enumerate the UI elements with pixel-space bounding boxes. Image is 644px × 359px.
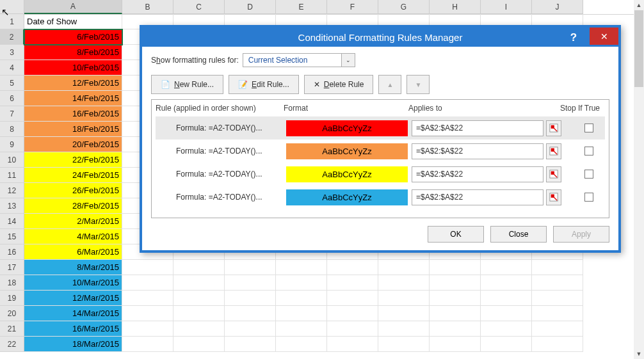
cell[interactable]: 16/Feb/2015: [24, 106, 122, 122]
cell[interactable]: [276, 275, 327, 291]
cell[interactable]: [122, 291, 173, 306]
row-header[interactable]: 22: [0, 337, 24, 352]
cell[interactable]: [378, 306, 430, 321]
cell[interactable]: [225, 306, 276, 321]
cell[interactable]: [532, 321, 583, 337]
cell[interactable]: [481, 321, 532, 337]
new-rule-button[interactable]: 📄 New Rule...: [151, 75, 223, 94]
cell[interactable]: [532, 337, 583, 352]
rule-applies-input[interactable]: =$A$2:$A$22: [412, 166, 543, 182]
column-header-a[interactable]: A: [24, 0, 122, 14]
apply-button[interactable]: Apply: [553, 226, 609, 243]
cell[interactable]: [225, 337, 276, 352]
select-all-corner[interactable]: [0, 0, 24, 14]
cell[interactable]: [225, 260, 276, 275]
cell[interactable]: 4/Mar/2015: [24, 229, 122, 244]
cell[interactable]: [276, 306, 327, 321]
cell[interactable]: 22/Feb/2015: [24, 152, 122, 168]
cell[interactable]: [173, 321, 225, 337]
column-header-g[interactable]: G: [378, 0, 430, 14]
cell[interactable]: 28/Feb/2015: [24, 198, 122, 214]
cell[interactable]: [430, 321, 481, 337]
row-header[interactable]: 11: [0, 168, 24, 183]
stop-if-true-checkbox[interactable]: [584, 193, 593, 202]
cell[interactable]: [327, 321, 378, 337]
cell[interactable]: [173, 337, 225, 352]
cell[interactable]: [430, 306, 481, 321]
cell[interactable]: [481, 306, 532, 321]
cell[interactable]: [378, 321, 430, 337]
cell[interactable]: [532, 275, 583, 291]
cell[interactable]: 12/Feb/2015: [24, 76, 122, 91]
cell[interactable]: [378, 291, 430, 306]
cell[interactable]: 12/Mar/2015: [24, 291, 122, 306]
cell[interactable]: [378, 275, 430, 291]
cell[interactable]: [276, 291, 327, 306]
stop-if-true-checkbox[interactable]: [584, 147, 593, 156]
range-selector-button[interactable]: [546, 143, 561, 159]
cell[interactable]: 10/Mar/2015: [24, 275, 122, 291]
ok-button[interactable]: OK: [428, 226, 484, 243]
cell[interactable]: 2/Mar/2015: [24, 214, 122, 229]
row-header[interactable]: 20: [0, 306, 24, 321]
row-header[interactable]: 9: [0, 137, 24, 152]
cell[interactable]: [532, 291, 583, 306]
delete-rule-button[interactable]: ✕ Delete Rule: [304, 75, 374, 94]
row-header[interactable]: 8: [0, 122, 24, 137]
scope-select-dropdown-button[interactable]: ⌄: [341, 53, 355, 67]
vertical-scrollbar[interactable]: ▲ ▼: [634, 0, 644, 359]
column-header-b[interactable]: B: [122, 0, 173, 14]
row-header[interactable]: 14: [0, 214, 24, 229]
cell[interactable]: [481, 260, 532, 275]
help-button[interactable]: ?: [561, 29, 586, 45]
row-header[interactable]: 17: [0, 260, 24, 275]
cell[interactable]: 16/Mar/2015: [24, 321, 122, 337]
range-selector-button[interactable]: [546, 120, 561, 136]
cell[interactable]: [430, 291, 481, 306]
move-down-button[interactable]: ▼: [407, 75, 430, 94]
cell[interactable]: [122, 275, 173, 291]
cell[interactable]: [122, 321, 173, 337]
row-header[interactable]: 10: [0, 152, 24, 168]
close-button[interactable]: ✕: [590, 28, 618, 45]
row-header[interactable]: 7: [0, 106, 24, 122]
range-selector-button[interactable]: [546, 189, 561, 205]
column-header-h[interactable]: H: [430, 0, 481, 14]
cell[interactable]: [225, 291, 276, 306]
cell[interactable]: 14/Mar/2015: [24, 306, 122, 321]
scroll-down-button[interactable]: ▼: [634, 349, 644, 359]
cell[interactable]: [122, 306, 173, 321]
cell[interactable]: [481, 291, 532, 306]
scroll-thumb[interactable]: [634, 10, 643, 87]
row-header[interactable]: 4: [0, 60, 24, 76]
scope-select[interactable]: Current Selection ⌄: [243, 53, 355, 67]
cell[interactable]: 18/Feb/2015: [24, 122, 122, 137]
cell[interactable]: [122, 260, 173, 275]
cell[interactable]: [481, 275, 532, 291]
cell[interactable]: Date of Show: [24, 14, 122, 29]
edit-rule-button[interactable]: 📝 Edit Rule...: [229, 75, 299, 94]
cell[interactable]: [276, 260, 327, 275]
column-header-j[interactable]: J: [532, 0, 583, 14]
row-header[interactable]: 2: [0, 29, 24, 45]
cell[interactable]: [327, 306, 378, 321]
move-up-button[interactable]: ▲: [378, 75, 401, 94]
cell[interactable]: [276, 321, 327, 337]
row-header[interactable]: 13: [0, 198, 24, 214]
cell[interactable]: [173, 275, 225, 291]
cell[interactable]: [378, 260, 430, 275]
cell[interactable]: 20/Feb/2015: [24, 137, 122, 152]
cell[interactable]: 14/Feb/2015: [24, 91, 122, 106]
cell[interactable]: [327, 260, 378, 275]
rule-row[interactable]: Formula: =A2-TODAY()...AaBbCcYyZz=$A$2:$…: [156, 116, 605, 140]
row-header[interactable]: 16: [0, 244, 24, 260]
cell[interactable]: [327, 337, 378, 352]
close-dialog-button[interactable]: Close: [490, 226, 547, 243]
rule-applies-input[interactable]: =$A$2:$A$22: [412, 189, 543, 205]
cell[interactable]: [327, 291, 378, 306]
stop-if-true-checkbox[interactable]: [584, 170, 593, 179]
cell[interactable]: 6/Feb/2015: [24, 29, 122, 45]
cell[interactable]: 10/Feb/2015: [24, 60, 122, 76]
rule-row[interactable]: Formula: =A2-TODAY()...AaBbCcYyZz=$A$2:$…: [156, 163, 605, 186]
range-selector-button[interactable]: [546, 166, 561, 182]
